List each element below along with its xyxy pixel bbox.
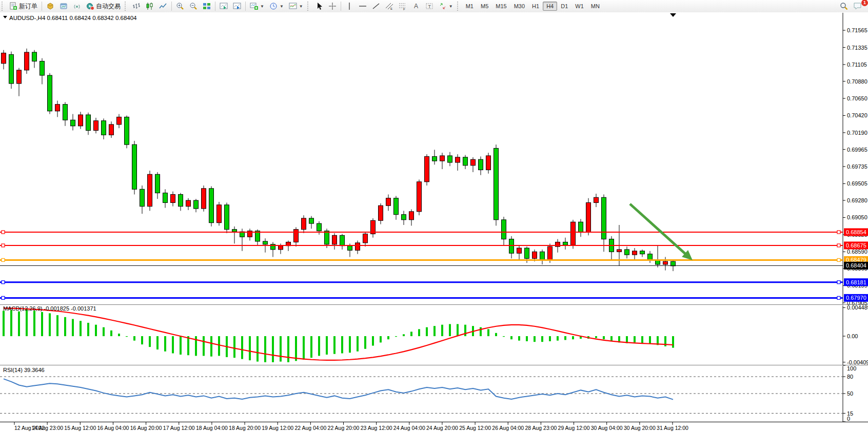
bear-candle bbox=[225, 205, 229, 230]
time-tick-label: 23 Aug 12:00 bbox=[361, 425, 392, 431]
bear-candle bbox=[540, 252, 545, 260]
rsi-tick-label: 50 bbox=[847, 390, 853, 397]
bear-candle bbox=[625, 250, 629, 255]
target-line-2-handle[interactable] bbox=[837, 296, 840, 299]
bull-candle bbox=[363, 234, 368, 242]
bear-candle bbox=[432, 156, 437, 161]
rsi-tick-label: 80 bbox=[847, 374, 853, 380]
bear-candle bbox=[509, 239, 514, 254]
pane-separator[interactable] bbox=[0, 304, 868, 305]
chart-background bbox=[0, 12, 868, 433]
price-tick-label: 0.71105 bbox=[847, 61, 867, 68]
bear-candle bbox=[640, 251, 645, 254]
rsi-tick-label: 0 bbox=[847, 416, 850, 422]
price-tick-label: 0.69965 bbox=[847, 147, 867, 153]
resistance-line-1-axis-label-text: 0.68854 bbox=[846, 229, 866, 235]
bull-candle bbox=[633, 251, 637, 255]
bull-candle bbox=[440, 156, 445, 161]
time-tick-label: 29 Aug 12:00 bbox=[558, 425, 590, 431]
target-line-2-handle[interactable] bbox=[2, 296, 5, 299]
bear-candle bbox=[348, 246, 352, 251]
target-line-1-handle[interactable] bbox=[2, 281, 5, 284]
price-tick-label: 0.71335 bbox=[847, 45, 867, 51]
time-tick-label: 22 Aug 20:00 bbox=[328, 425, 360, 431]
bull-candle bbox=[302, 218, 306, 230]
bear-candle bbox=[132, 145, 137, 189]
bear-candle bbox=[340, 235, 345, 245]
bear-candle bbox=[525, 248, 529, 258]
bear-candle bbox=[232, 230, 237, 232]
bull-candle bbox=[471, 159, 476, 166]
price-tick-label: 0.70420 bbox=[847, 112, 867, 118]
bear-candle bbox=[263, 241, 268, 244]
resistance-line-1-handle[interactable] bbox=[837, 231, 840, 234]
bull-candle bbox=[202, 189, 206, 209]
price-tick-label: 0.70190 bbox=[847, 130, 867, 136]
bear-candle bbox=[163, 193, 168, 203]
target-line-2-axis-label-text: 0.67970 bbox=[846, 295, 866, 301]
support-line-orange-handle[interactable] bbox=[2, 258, 5, 261]
bull-candle bbox=[78, 115, 83, 126]
target-line-1-handle[interactable] bbox=[837, 281, 840, 284]
bull-candle bbox=[148, 174, 152, 206]
time-tick-label: 24 Aug 04:00 bbox=[393, 425, 425, 431]
price-tick-label: 0.69735 bbox=[847, 163, 867, 170]
macd-tick-label: 0.004489 bbox=[847, 304, 868, 311]
bull-candle bbox=[17, 70, 22, 84]
chart-title: AUDUSD-,H4 0.68411 0.68424 0.68342 0.684… bbox=[3, 15, 137, 21]
pane-separator[interactable] bbox=[0, 365, 868, 365]
bull-candle bbox=[386, 198, 391, 206]
price-tick-label: 0.70650 bbox=[847, 95, 867, 101]
macd-label: MACD(12,26,9) -0.001825 -0.001371 bbox=[3, 305, 96, 312]
time-tick-label: 19 Aug 12:00 bbox=[262, 425, 293, 431]
time-tick-label: 16 Aug 04:00 bbox=[97, 425, 129, 431]
bull-candle bbox=[594, 197, 599, 202]
rsi-tick-label: 100 bbox=[847, 365, 856, 372]
bear-candle bbox=[194, 200, 199, 209]
resistance-line-2-axis-label-text: 0.68675 bbox=[846, 242, 866, 249]
bull-candle bbox=[2, 53, 6, 63]
bull-candle bbox=[109, 125, 114, 135]
time-tick-label: 18 Aug 20:00 bbox=[229, 425, 261, 431]
bear-candle bbox=[40, 61, 45, 75]
bear-candle bbox=[563, 242, 568, 245]
bull-candle bbox=[94, 121, 98, 131]
bull-candle bbox=[586, 202, 591, 232]
resistance-line-2-handle[interactable] bbox=[2, 244, 5, 247]
bear-candle bbox=[671, 261, 676, 266]
bear-candle bbox=[479, 159, 483, 170]
bull-candle bbox=[332, 235, 337, 244]
support-line-orange-handle[interactable] bbox=[837, 258, 840, 261]
resistance-line-2-handle[interactable] bbox=[837, 244, 840, 247]
bear-candle bbox=[71, 120, 75, 126]
bear-candle bbox=[448, 156, 452, 162]
bull-candle bbox=[417, 182, 422, 212]
time-tick-label: 24 Aug 20:00 bbox=[426, 425, 458, 431]
bull-candle bbox=[186, 200, 191, 207]
price-tick-label: 0.69280 bbox=[847, 197, 867, 203]
resistance-line-1-handle[interactable] bbox=[2, 231, 5, 234]
time-tick-label: 15 Aug 12:00 bbox=[64, 425, 96, 431]
bull-candle bbox=[55, 105, 60, 111]
target-line-1-axis-label-text: 0.68181 bbox=[846, 279, 866, 285]
price-chart[interactable]: 0.715650.713350.711050.708800.706500.704… bbox=[0, 0, 868, 433]
bull-candle bbox=[425, 156, 429, 181]
bear-candle bbox=[9, 54, 14, 84]
bear-candle bbox=[309, 218, 314, 223]
pane-separator-highlight bbox=[0, 365, 868, 366]
bear-candle bbox=[325, 231, 329, 244]
bull-candle bbox=[517, 248, 522, 253]
bull-candle bbox=[456, 157, 460, 162]
bear-candle bbox=[155, 174, 160, 193]
bull-candle bbox=[217, 205, 222, 223]
bear-candle bbox=[502, 220, 506, 239]
time-tick-label: 26 Aug 04:00 bbox=[492, 425, 524, 431]
price-tick-label: 0.69505 bbox=[847, 180, 867, 187]
bull-candle bbox=[617, 250, 622, 252]
price-tick-label: 0.71565 bbox=[847, 27, 867, 33]
time-tick-label: 22 Aug 04:00 bbox=[294, 425, 326, 431]
bull-candle bbox=[294, 230, 299, 242]
bear-candle bbox=[63, 105, 68, 120]
bear-candle bbox=[317, 223, 322, 231]
bear-candle bbox=[125, 117, 129, 145]
